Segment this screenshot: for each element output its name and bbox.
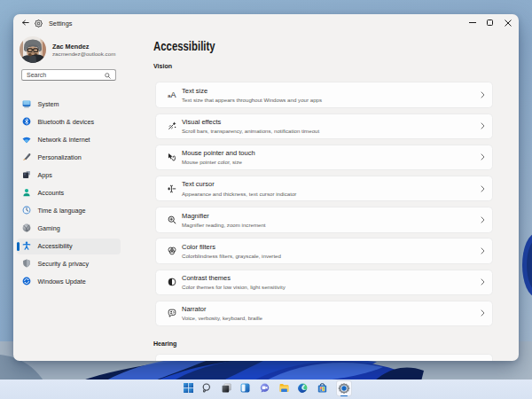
svg-text:A: A: [171, 90, 176, 99]
